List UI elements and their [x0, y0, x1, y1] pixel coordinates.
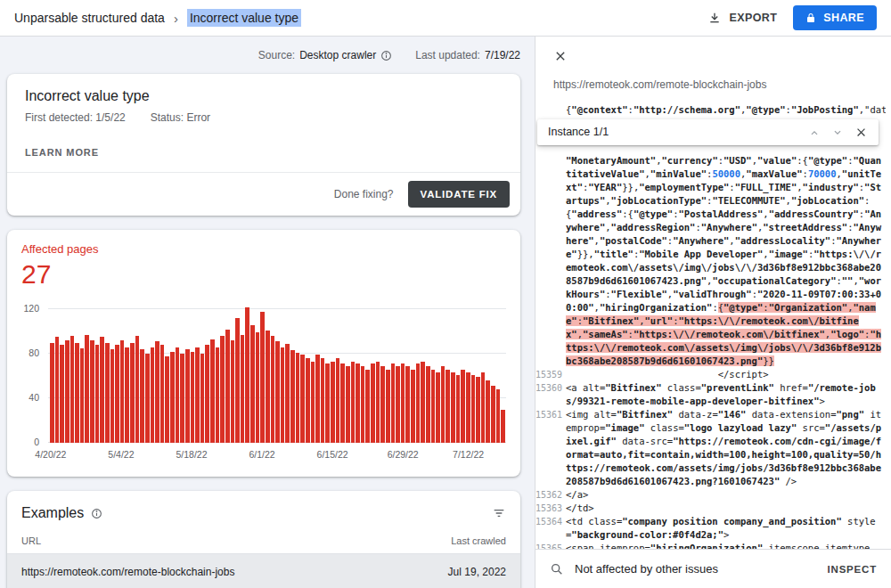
x-tick-label: 6/29/22: [388, 449, 419, 460]
chart-bar: [290, 350, 295, 443]
chart-bar: [391, 363, 396, 443]
chart-bar: [110, 349, 115, 443]
line-number: 15364: [535, 515, 566, 542]
code-line: {"@context":"http://schema.org","@type":…: [535, 103, 886, 117]
x-tick-label: 6/1/22: [249, 449, 274, 460]
top-bar: Unparsable structured data › Incorrect v…: [0, 0, 891, 37]
affected-pages-label: Affected pages: [21, 242, 506, 256]
line-number: 15363: [535, 502, 566, 515]
chart-bar: [256, 332, 260, 443]
examples-card: Examples URL Last crawled https://remote…: [7, 491, 520, 588]
validate-fix-button[interactable]: VALIDATE FIX: [408, 181, 510, 208]
chart-bar: [416, 363, 421, 443]
x-tick-label: 6/15/22: [317, 449, 348, 460]
code-line: 15365<span itemprop="hiringOrganization"…: [535, 542, 886, 549]
export-button[interactable]: EXPORT: [707, 11, 777, 25]
other-issues-status: Not affected by other issues: [575, 562, 718, 576]
chart-bar: [185, 349, 190, 443]
example-url[interactable]: https://remoteok.com/remote-blockchain-j…: [21, 566, 234, 578]
chart-bar: [231, 340, 235, 443]
line-number: 15361: [535, 408, 566, 488]
issue-title: Incorrect value type: [25, 88, 503, 104]
inspect-button[interactable]: INSPECT: [828, 564, 877, 575]
issue-detail-card: Incorrect value type First detected: 1/5…: [7, 74, 520, 216]
code-line: "MonetaryAmount","currency":"USD","value…: [535, 154, 886, 368]
line-number: 15365: [535, 542, 566, 549]
chart-bar: [140, 349, 144, 443]
chart-bar: [65, 340, 69, 443]
chart-bar: [331, 362, 335, 443]
previous-instance-button[interactable]: [808, 127, 821, 139]
code-line: 15360<a alt="Bitfinex" class="preventLin…: [535, 381, 886, 408]
x-tick-label: 4/20/22: [35, 449, 66, 460]
chart-bar: [170, 352, 175, 444]
chart-bar: [176, 347, 180, 444]
code-text: <a alt="Bitfinex" class="preventLink" hr…: [566, 381, 886, 408]
chart-bar: [125, 347, 129, 444]
column-header-url: URL: [21, 535, 41, 546]
chart-bar: [60, 345, 64, 443]
chart-bar: [195, 347, 200, 444]
y-tick-label: 80: [29, 347, 39, 358]
chart-bar: [260, 312, 265, 444]
chart-bar: [456, 375, 461, 443]
panel-header: https://remoteok.com/remote-blockchain-j…: [535, 37, 891, 94]
chart-plot: [48, 309, 506, 443]
chart-bar: [401, 363, 405, 443]
affected-pages-card: Affected pages 27 04080120 4/20/225/4/22…: [7, 230, 520, 477]
last-updated-label: Last updated:: [415, 49, 480, 61]
next-instance-button[interactable]: [831, 127, 844, 139]
chart-bar: [340, 363, 345, 443]
share-button[interactable]: SHARE: [793, 5, 877, 30]
chart-bar: [356, 363, 360, 443]
search-icon: [550, 562, 564, 576]
chart-bar: [55, 337, 60, 443]
chart-bar: [371, 363, 375, 443]
chart-bar: [466, 372, 470, 443]
x-tick-label: 5/4/22: [108, 449, 134, 460]
chart-bar: [115, 345, 119, 443]
first-detected-label: First detected: 1/5/22: [25, 111, 126, 124]
inspection-panel: https://remoteok.com/remote-blockchain-j…: [535, 37, 891, 588]
chart-bar: [496, 389, 501, 443]
chart-bar: [306, 358, 310, 443]
y-tick-label: 0: [34, 437, 39, 447]
code-text: {"@context":"http://schema.org","@type":…: [566, 103, 886, 117]
line-number: 15360: [535, 381, 566, 408]
info-icon[interactable]: [380, 50, 392, 61]
chart-bar: [165, 356, 169, 444]
chart-bar: [436, 372, 440, 443]
line-number: 15359: [535, 368, 566, 381]
learn-more-link[interactable]: LEARN MORE: [25, 147, 99, 158]
affected-pages-count: 27: [21, 259, 506, 290]
breadcrumb-root[interactable]: Unparsable structured data: [14, 11, 165, 25]
close-icon[interactable]: [553, 49, 568, 63]
chart-bar: [100, 337, 104, 443]
table-row[interactable]: https://remoteok.com/remote-blockchain-j…: [7, 554, 520, 588]
chart-bar: [431, 370, 436, 444]
code-viewer[interactable]: {"@context":"http://schema.org","@type":…: [535, 103, 891, 549]
chart-bar: [135, 336, 140, 443]
x-tick-label: 7/12/22: [453, 449, 484, 460]
finder-close-icon[interactable]: [854, 126, 868, 139]
code-text: <img alt="Bitfinex" data-z="146" data-ex…: [566, 408, 886, 488]
info-icon[interactable]: [91, 508, 102, 519]
chart-bar: [250, 325, 255, 444]
code-line: 15363</td>: [535, 502, 886, 515]
chart-y-axis: 04080120: [21, 309, 43, 443]
code-text: </a>: [566, 488, 886, 502]
chart-bar: [105, 343, 110, 444]
line-number: [535, 154, 566, 368]
chart-bar: [130, 343, 135, 444]
inspected-url: https://remoteok.com/remote-blockchain-j…: [553, 78, 873, 91]
chart-bar: [145, 354, 150, 443]
chart-bar: [191, 352, 195, 444]
chart-bar: [151, 347, 155, 444]
top-actions: EXPORT SHARE: [707, 5, 877, 30]
chart-bar: [266, 331, 270, 443]
chart-bar: [180, 354, 184, 443]
filter-icon[interactable]: [492, 506, 506, 520]
chart-bar: [285, 344, 290, 443]
chart-bar: [155, 341, 159, 443]
last-updated-value: 7/19/22: [485, 49, 520, 61]
